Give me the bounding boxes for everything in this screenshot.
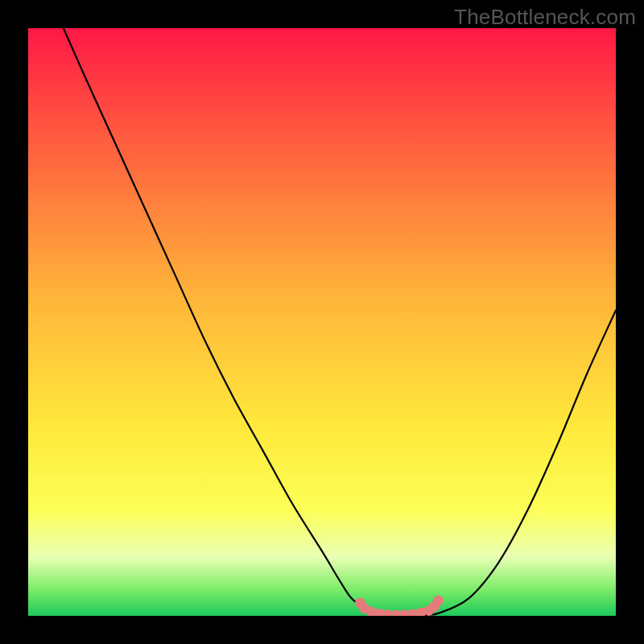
gradient-background <box>28 28 616 616</box>
watermark-text: TheBottleneck.com <box>454 5 636 30</box>
plot-area <box>28 28 616 616</box>
chart-frame: TheBottleneck.com <box>0 0 644 644</box>
chart-svg <box>28 28 616 616</box>
optimal-marker <box>433 596 444 606</box>
